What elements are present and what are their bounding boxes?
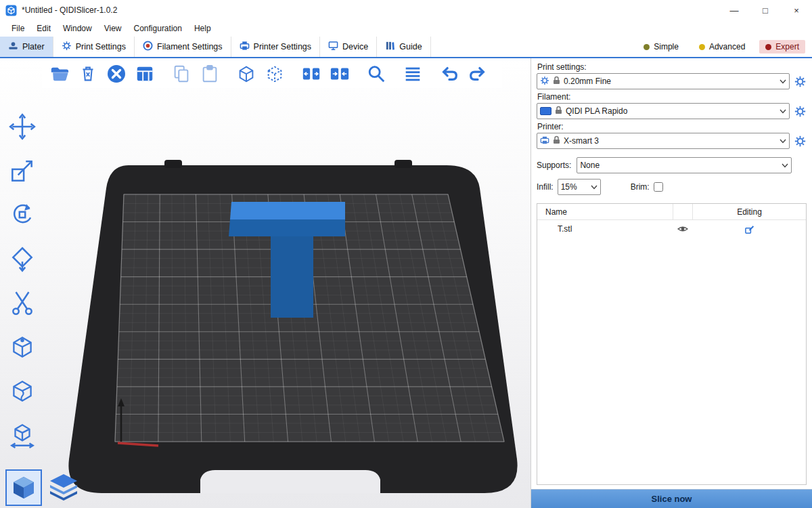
print-settings-combo[interactable]: 0.20mm Fine: [537, 73, 790, 89]
copy-icon[interactable]: [171, 63, 192, 85]
title-bar: *Untitled - QIDISlicer-1.0.2 — □ ×: [0, 0, 812, 20]
menu-bar: File Edit Window View Configuration Help: [0, 20, 812, 37]
add-instance-icon[interactable]: [235, 63, 257, 85]
object-list-empty-area: [537, 238, 806, 484]
preview-layers-icon: [47, 473, 80, 503]
filament-settings-icon: [143, 41, 153, 53]
print-settings-gear-button[interactable]: [794, 75, 807, 88]
simple-mode-dot-icon: [644, 44, 650, 50]
undo-icon[interactable]: [438, 63, 460, 85]
scene-canvas[interactable]: [0, 58, 531, 508]
minimize-button[interactable]: —: [719, 0, 750, 20]
tab-filament-settings[interactable]: Filament Settings: [135, 37, 231, 57]
editor-view-button[interactable]: [5, 469, 42, 506]
column-visibility: [673, 204, 693, 219]
supports-value: None: [580, 161, 778, 170]
lock-icon: [555, 106, 562, 117]
close-button[interactable]: ×: [781, 0, 812, 20]
chevron-down-icon: [780, 136, 786, 146]
mode-simple[interactable]: Simple: [637, 40, 685, 54]
scale-tool-icon[interactable]: [7, 155, 38, 186]
view-switcher: [5, 469, 82, 506]
move-tool-icon[interactable]: [7, 111, 38, 142]
column-name: Name: [537, 207, 673, 217]
eye-icon[interactable]: [673, 220, 693, 238]
menu-configuration[interactable]: Configuration: [128, 22, 188, 35]
chevron-down-icon: [591, 182, 597, 192]
delete-all-icon[interactable]: [106, 63, 127, 85]
expert-mode-dot-icon: [765, 44, 771, 50]
redo-icon[interactable]: [467, 63, 489, 85]
advanced-mode-dot-icon: [699, 44, 705, 50]
paint-supports-tool-icon[interactable]: [7, 331, 38, 362]
print-settings-icon: [62, 41, 72, 53]
seam-painting-tool-icon[interactable]: [7, 375, 38, 406]
printer-icon: [540, 135, 549, 147]
brim-label: Brim:: [631, 182, 650, 192]
filament-label: Filament:: [537, 92, 806, 102]
split-to-objects-icon[interactable]: [300, 63, 322, 85]
supports-label: Supports:: [537, 161, 571, 170]
variable-layer-height-icon[interactable]: [402, 63, 424, 85]
arrange-icon[interactable]: [134, 63, 156, 85]
device-icon: [328, 41, 338, 53]
filament-value: QIDI PLA Rapido: [566, 106, 776, 116]
remove-instance-icon[interactable]: [264, 63, 286, 85]
place-on-face-tool-icon[interactable]: [7, 243, 38, 274]
print-settings-value: 0.20mm Fine: [564, 77, 776, 86]
rotate-tool-icon[interactable]: [7, 199, 38, 230]
open-project-icon[interactable]: [49, 63, 70, 85]
profile-gear-icon: [540, 76, 549, 87]
plater-icon: [8, 41, 18, 53]
infill-value: 15%: [561, 182, 587, 192]
mode-expert[interactable]: Expert: [759, 40, 805, 54]
lock-icon: [553, 135, 560, 146]
column-editing: Editing: [693, 207, 806, 217]
filament-gear-button[interactable]: [794, 105, 807, 118]
filament-color-swatch: [540, 107, 551, 115]
print-settings-label: Print settings:: [537, 62, 806, 72]
plater-toolbar: [42, 60, 502, 88]
slice-now-button[interactable]: Slice now: [531, 489, 812, 508]
search-icon[interactable]: [365, 63, 387, 85]
edit-object-icon[interactable]: [693, 224, 806, 234]
brim-checkbox[interactable]: [654, 182, 663, 192]
mode-advanced[interactable]: Advanced: [693, 40, 751, 54]
tab-guide[interactable]: Guide: [377, 37, 430, 57]
printer-label: Printer:: [537, 122, 806, 131]
viewport-3d[interactable]: [0, 58, 531, 508]
supports-combo[interactable]: None: [577, 157, 792, 173]
mode-switcher: Simple Advanced Expert: [637, 37, 812, 57]
printer-combo[interactable]: X-smart 3: [537, 133, 790, 149]
delete-icon[interactable]: [77, 63, 99, 85]
tab-print-settings[interactable]: Print Settings: [53, 37, 135, 57]
measure-tool-icon[interactable]: [7, 419, 38, 450]
app-icon: [5, 5, 17, 16]
printer-value: X-smart 3: [564, 136, 776, 146]
cut-tool-icon[interactable]: [7, 287, 38, 318]
tab-device[interactable]: Device: [320, 37, 377, 57]
tab-plater[interactable]: Plater: [0, 37, 53, 57]
paste-icon[interactable]: [199, 63, 221, 85]
printer-settings-icon: [240, 41, 250, 53]
object-name: T.stl: [537, 224, 673, 234]
split-to-parts-icon[interactable]: [329, 63, 351, 85]
object-row-t-stl[interactable]: T.stl: [537, 220, 806, 238]
chevron-down-icon: [780, 77, 786, 86]
menu-window[interactable]: Window: [57, 22, 98, 35]
menu-edit[interactable]: Edit: [30, 22, 57, 35]
printer-gear-button[interactable]: [794, 135, 807, 148]
infill-combo[interactable]: 15%: [558, 179, 601, 195]
chevron-down-icon: [780, 106, 786, 116]
filament-combo[interactable]: QIDI PLA Rapido: [537, 103, 790, 119]
editor-cube-icon: [10, 473, 37, 503]
lock-icon: [553, 76, 560, 87]
menu-help[interactable]: Help: [188, 22, 217, 35]
object-list: Name Editing T.stl: [537, 203, 807, 485]
object-list-header: Name Editing: [537, 204, 806, 220]
menu-view[interactable]: View: [98, 22, 128, 35]
preview-view-button[interactable]: [45, 469, 82, 506]
menu-file[interactable]: File: [5, 22, 30, 35]
maximize-button[interactable]: □: [750, 0, 781, 20]
tab-printer-settings[interactable]: Printer Settings: [231, 37, 320, 57]
